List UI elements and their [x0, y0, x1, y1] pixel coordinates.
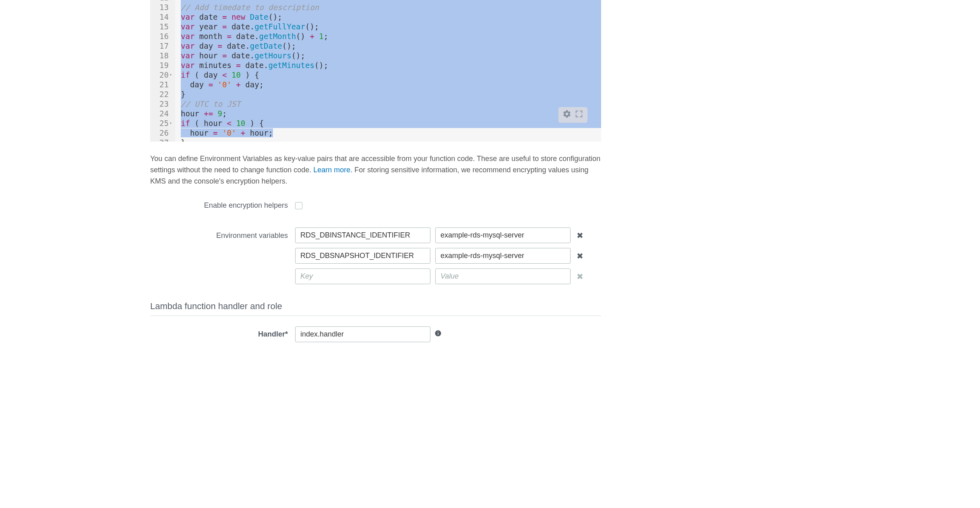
- line-number: 26: [152, 128, 172, 138]
- env-key-input[interactable]: [295, 268, 430, 284]
- gear-icon[interactable]: [562, 109, 571, 120]
- code-line[interactable]: if ( day < 10 ) {: [181, 70, 601, 80]
- svg-rect-2: [438, 332, 438, 332]
- info-icon[interactable]: [434, 330, 442, 339]
- line-number: 15: [152, 22, 172, 31]
- section-title-handler-role: Lambda function handler and role: [150, 301, 601, 314]
- env-value-input[interactable]: [435, 227, 571, 243]
- fold-icon: [170, 12, 172, 22]
- line-number: 18: [152, 51, 172, 60]
- code-line[interactable]: var day = date.getDate();: [181, 41, 601, 51]
- code-line[interactable]: var year = date.getFullYear();: [181, 22, 601, 31]
- env-key-input[interactable]: [295, 248, 430, 264]
- handler-input[interactable]: [295, 326, 430, 342]
- env-vars-label: Environment variables: [150, 227, 295, 240]
- env-vars-description: You can define Environment Variables as …: [150, 153, 601, 187]
- svg-rect-1: [438, 333, 438, 335]
- env-var-row: ✖: [295, 227, 584, 243]
- fold-icon: [170, 89, 172, 99]
- fold-icon: [170, 22, 172, 31]
- env-var-row: ✖: [295, 248, 584, 264]
- fold-icon: [170, 60, 172, 70]
- line-number: 24: [152, 109, 172, 118]
- fold-icon: [170, 109, 172, 118]
- fold-icon[interactable]: ▾: [170, 118, 172, 128]
- fold-icon: [170, 31, 172, 41]
- fold-icon: [170, 51, 172, 60]
- line-number: 19: [152, 60, 172, 70]
- code-line[interactable]: var date = new Date();: [181, 12, 601, 22]
- code-line[interactable]: // Add timedate to description: [181, 2, 601, 12]
- fold-icon: [170, 99, 172, 109]
- fold-icon: [170, 128, 172, 138]
- env-key-input[interactable]: [295, 227, 430, 243]
- line-number: 25▾: [152, 118, 172, 128]
- env-value-input[interactable]: [435, 248, 571, 264]
- handler-label: Handler*: [150, 330, 295, 339]
- enable-encryption-checkbox[interactable]: [295, 202, 302, 209]
- remove-row-icon: ✖: [575, 272, 584, 281]
- section-divider: [150, 316, 601, 316]
- code-editor[interactable]: 12 13 14 15 16 17 18 19 20▾21 22 23 24 2…: [150, 0, 601, 142]
- fold-icon: [170, 41, 172, 51]
- line-number: 17: [152, 41, 172, 51]
- line-number-gutter: 12 13 14 15 16 17 18 19 20▾21 22 23 24 2…: [150, 0, 175, 142]
- code-line[interactable]: }: [181, 89, 601, 99]
- line-number: 16: [152, 31, 172, 41]
- code-line[interactable]: // UTC to JST: [181, 99, 601, 109]
- learn-more-link[interactable]: Learn more.: [313, 166, 352, 174]
- line-number: 27: [152, 138, 172, 142]
- fold-icon: [170, 80, 172, 89]
- code-line[interactable]: var minutes = date.getMinutes();: [181, 60, 601, 70]
- line-number: 23: [152, 99, 172, 109]
- code-line[interactable]: var hour = date.getHours();: [181, 51, 601, 60]
- line-number: 22: [152, 89, 172, 99]
- line-number: 13: [152, 2, 172, 12]
- code-line[interactable]: var month = date.getMonth() + 1;: [181, 31, 601, 41]
- fold-icon[interactable]: ▾: [170, 70, 172, 80]
- env-value-input[interactable]: [435, 268, 571, 284]
- code-line[interactable]: day = '0' + day;: [181, 80, 601, 89]
- code-line[interactable]: if ( hour < 10 ) {: [181, 118, 601, 128]
- fold-icon: [170, 138, 172, 142]
- remove-row-icon[interactable]: ✖: [575, 231, 584, 240]
- line-number: 20▾: [152, 70, 172, 80]
- line-number: 14: [152, 12, 172, 22]
- code-line[interactable]: hour += 9;: [181, 109, 601, 118]
- fullscreen-icon[interactable]: [575, 109, 583, 120]
- code-line[interactable]: hour = '0' + hour;: [181, 128, 601, 138]
- code-line[interactable]: }: [181, 138, 601, 142]
- fold-icon: [170, 2, 172, 12]
- env-var-row-empty: ✖: [295, 268, 584, 284]
- line-number: 21: [152, 80, 172, 89]
- enable-encryption-label: Enable encryption helpers: [150, 201, 295, 210]
- remove-row-icon[interactable]: ✖: [575, 251, 584, 261]
- env-vars-rows: ✖✖✖: [295, 227, 584, 284]
- code-lines[interactable]: // Add timedate to descriptionvar date =…: [175, 0, 601, 142]
- editor-controls: [558, 107, 587, 123]
